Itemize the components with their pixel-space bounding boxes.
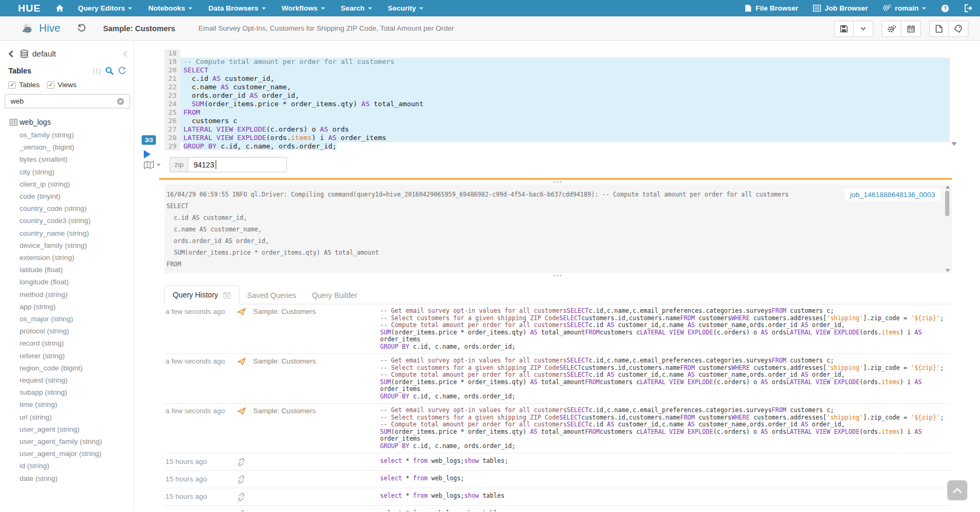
column-item[interactable]: code (tinyint): [20, 190, 134, 202]
schedule-button[interactable]: [901, 21, 921, 37]
column-item[interactable]: os_major (string): [20, 313, 134, 325]
code-line[interactable]: 26 customers c: [164, 117, 950, 125]
history-row[interactable]: 15 hours ago select * from web_logs;show…: [164, 488, 952, 506]
nav-item-query-editors[interactable]: Query Editors: [78, 4, 132, 12]
column-item[interactable]: user_agent_major (string): [20, 448, 134, 460]
collapse-sidebar-icon[interactable]: [123, 51, 127, 57]
nav-item-security[interactable]: Security: [388, 4, 423, 12]
code-area[interactable]: 1819-- Compute total amount per order fo…: [164, 49, 950, 151]
column-item[interactable]: user_agent_family (string): [20, 435, 134, 448]
code-line[interactable]: 29GROUP BY c.id, c.name, ords.order_id;: [164, 142, 950, 151]
history-row[interactable]: a few seconds ago Sample: Customers-- Ge…: [164, 404, 952, 453]
job-link[interactable]: job_1461888648136_0003: [845, 189, 940, 201]
history-query-sql[interactable]: -- Get email survey opt-in values for al…: [380, 308, 952, 350]
column-item[interactable]: country_name (string): [20, 227, 134, 239]
column-item[interactable]: region_code (bigint): [20, 362, 134, 374]
query-log-panel[interactable]: job_1461888648136_0003 16/04/29 06:59:55…: [164, 184, 952, 273]
sql-editor[interactable]: 1819-- Compute total amount per order fo…: [134, 41, 980, 180]
history-query-sql[interactable]: -- Get email survey opt-in values for al…: [380, 407, 952, 450]
history-query-sql[interactable]: select * from web_logs;show tables: [380, 492, 952, 500]
help-button[interactable]: ?: [941, 4, 949, 13]
column-item[interactable]: id (string): [20, 460, 134, 472]
column-item[interactable]: bytes (smallint): [20, 153, 134, 165]
execute-button[interactable]: [144, 150, 151, 159]
tags-button[interactable]: [949, 21, 968, 37]
new-document-button[interactable]: [929, 21, 949, 37]
database-name[interactable]: default: [32, 49, 56, 58]
column-item[interactable]: os_family (string): [20, 129, 134, 141]
code-line[interactable]: 23 ords.order_id AS order_id,: [164, 91, 950, 100]
column-item[interactable]: user_agent (string): [20, 423, 134, 435]
column-item[interactable]: time (string): [20, 398, 134, 411]
column-item[interactable]: referer (string): [20, 350, 134, 362]
column-item[interactable]: longitude (float): [20, 276, 134, 288]
column-item[interactable]: record (string): [20, 337, 134, 349]
column-item[interactable]: _version_ (bigint): [20, 141, 134, 153]
search-icon[interactable]: [105, 67, 114, 75]
clear-history-icon[interactable]: [223, 291, 231, 299]
resize-handle-top[interactable]: [134, 180, 980, 184]
table-web-logs[interactable]: web_logs: [0, 108, 134, 126]
column-item[interactable]: date (string): [20, 472, 134, 485]
column-item[interactable]: latitude (float): [20, 264, 134, 276]
history-row[interactable]: 15 hours ago select * from web_logs;show…: [164, 506, 952, 511]
history-query-sql[interactable]: -- Get email survey opt-in values for al…: [380, 357, 952, 400]
back-arrow-icon[interactable]: [8, 50, 14, 58]
user-menu[interactable]: romain: [883, 4, 926, 12]
history-row[interactable]: a few seconds ago Sample: Customers-- Ge…: [164, 354, 952, 404]
column-item[interactable]: extension (string): [20, 252, 134, 264]
log-scrollbar[interactable]: [944, 185, 950, 272]
tab-query-builder[interactable]: Query Builder: [304, 286, 365, 304]
nav-item-search[interactable]: Search: [341, 4, 372, 12]
column-item[interactable]: subapp (string): [20, 386, 134, 398]
code-line[interactable]: 19-- Compute total amount per order for …: [164, 58, 950, 66]
column-item[interactable]: method (string): [20, 288, 134, 301]
clear-history-icon[interactable]: [223, 291, 231, 299]
save-options-button[interactable]: [854, 21, 873, 37]
history-row[interactable]: 15 hours ago select * from web_logs;: [164, 471, 952, 488]
column-item[interactable]: client_ip (string): [20, 178, 134, 190]
tables-checkbox[interactable]: ✓: [8, 81, 16, 89]
refresh-icon[interactable]: [118, 67, 126, 75]
editor-scroll-down-icon[interactable]: [951, 142, 957, 146]
settings-button[interactable]: [882, 21, 901, 37]
code-line[interactable]: 25FROM: [164, 108, 950, 117]
history-row[interactable]: a few seconds ago Sample: Customers-- Ge…: [164, 304, 952, 354]
nav-item-notebooks[interactable]: Notebooks: [148, 4, 192, 12]
column-item[interactable]: device_family (string): [20, 239, 134, 252]
code-line[interactable]: 24 SUM(order_items.price * order_items.q…: [164, 100, 950, 108]
history-query-sql[interactable]: select * from web_logs;show tables: [380, 510, 952, 511]
column-item[interactable]: country_code (string): [20, 202, 134, 215]
code-line[interactable]: 22 c.name AS customer_name,: [164, 83, 950, 91]
code-line[interactable]: 28LATERAL VIEW EXPLODE(ords.items) i AS …: [164, 134, 950, 142]
code-line[interactable]: 21 c.id AS customer_id,: [164, 75, 950, 83]
tab-saved-queries[interactable]: Saved Queries: [239, 286, 304, 304]
variable-value-input[interactable]: [188, 157, 287, 172]
code-line[interactable]: 27LATERAL VIEW EXPLODE(c.orders) o AS or…: [164, 125, 950, 134]
code-line[interactable]: 20SELECT: [164, 66, 950, 75]
home-icon[interactable]: [56, 4, 64, 12]
scroll-to-top-button[interactable]: [947, 480, 967, 500]
column-item[interactable]: app (string): [20, 301, 134, 313]
table-filter-input[interactable]: [5, 94, 130, 108]
views-checkbox[interactable]: ✓: [47, 81, 54, 89]
save-button[interactable]: [834, 21, 854, 37]
app-name[interactable]: Hive: [39, 22, 60, 34]
clear-filter-icon[interactable]: [117, 98, 124, 105]
code-line[interactable]: 18: [164, 49, 950, 58]
history-row[interactable]: 15 hours ago select * from web_logs;show…: [164, 453, 952, 471]
scroll-up-icon[interactable]: [946, 185, 950, 189]
column-item[interactable]: city (string): [20, 166, 134, 178]
hue-logo[interactable]: HUE: [18, 3, 41, 14]
sign-out-icon[interactable]: [964, 4, 973, 12]
tab-query-history[interactable]: Query History: [164, 285, 239, 304]
file-browser-link[interactable]: File Browser: [745, 4, 798, 12]
column-item[interactable]: country_code3 (string): [20, 215, 134, 227]
column-item[interactable]: request (string): [20, 374, 134, 386]
scrollbar-thumb[interactable]: [945, 191, 949, 216]
variables-map-icon[interactable]: [144, 161, 161, 169]
job-browser-link[interactable]: Job Browser: [813, 4, 868, 12]
column-item[interactable]: protocol (string): [20, 325, 134, 337]
query-history-icon[interactable]: [77, 24, 86, 33]
nav-item-data-browsers[interactable]: Data Browsers: [208, 4, 266, 12]
